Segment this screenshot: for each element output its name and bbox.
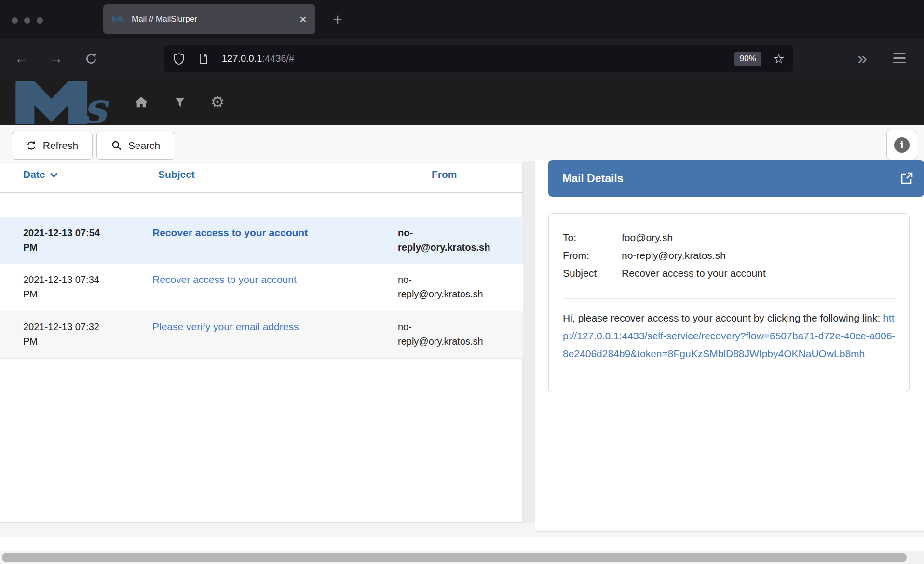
gear-icon: ⚙ xyxy=(210,93,225,111)
mailslurper-navbar: s ⚙ xyxy=(0,79,924,125)
mail-date: 2021-12-13 07:54PM xyxy=(0,217,145,264)
tab-close-icon[interactable]: × xyxy=(299,13,307,26)
overflow-menu-icon[interactable]: » xyxy=(857,39,867,79)
mail-subject-link[interactable]: Recover access to your account xyxy=(152,227,308,238)
mail-list-row[interactable]: 2021-12-13 07:54PM Recover access to you… xyxy=(0,217,523,264)
refresh-button[interactable]: Refresh xyxy=(12,132,93,160)
home-button[interactable] xyxy=(127,79,156,125)
mailslurper-page: Refresh Search i Date Subject From 2021-… xyxy=(0,125,924,564)
mail-list-panel: Date Subject From 2021-12-13 07:54PM Rec… xyxy=(0,164,523,523)
mail-details-title: Mail Details xyxy=(562,172,899,185)
zoom-level-badge[interactable]: 90% xyxy=(734,52,761,66)
open-external-icon[interactable] xyxy=(899,171,914,186)
mail-date: 2021-12-13 07:34PM xyxy=(0,264,145,311)
refresh-icon xyxy=(26,140,37,151)
header-divider xyxy=(0,192,523,193)
url-bar[interactable]: 127.0.0.1:4436/# 90% ☆ xyxy=(164,45,793,72)
url-path: :4436/# xyxy=(262,53,294,64)
window-controls[interactable] xyxy=(12,17,43,24)
card-divider xyxy=(563,298,896,299)
browser-toolbar: ← → 127.0.0.1:4436/# 90% ☆ » xyxy=(0,39,924,79)
mail-body-text: Hi, please recover access to your accoun… xyxy=(563,312,883,323)
mail-subject-link[interactable]: Please verify your email address xyxy=(152,321,299,332)
action-toolbar: Refresh Search i xyxy=(0,125,924,164)
hamburger-menu-icon[interactable] xyxy=(893,53,906,63)
browser-tab[interactable]: s Mail // MailSlurper × xyxy=(103,4,315,34)
url-text[interactable]: 127.0.0.1:4436/# xyxy=(222,53,294,64)
filter-button[interactable] xyxy=(165,79,194,125)
reload-icon xyxy=(85,53,97,65)
favicon-mailslurper-icon: s xyxy=(112,15,124,23)
search-label: Search xyxy=(128,140,161,151)
url-host: 127.0.0.1 xyxy=(222,53,262,64)
settings-button[interactable]: ⚙ xyxy=(203,79,232,125)
mailslurper-logo: s xyxy=(15,80,110,125)
mail-list-row[interactable]: 2021-12-13 07:34PM Recover access to you… xyxy=(0,264,523,311)
field-subject: Subject:Recover access to your account xyxy=(563,264,895,282)
reload-button[interactable] xyxy=(79,39,104,79)
info-icon: i xyxy=(894,137,910,153)
column-header-date[interactable]: Date xyxy=(23,169,56,180)
search-button[interactable]: Search xyxy=(96,132,175,160)
footer-band xyxy=(0,537,924,551)
mail-from: no-reply@ory.kratos.sh xyxy=(393,311,523,358)
search-icon xyxy=(111,140,122,151)
mail-date: 2021-12-13 07:32PM xyxy=(0,311,145,358)
back-button[interactable]: ← xyxy=(9,39,34,79)
scrollbar-thumb[interactable] xyxy=(2,553,907,562)
shield-icon[interactable] xyxy=(173,52,185,66)
refresh-label: Refresh xyxy=(43,140,79,151)
field-from: From:no-reply@ory.kratos.sh xyxy=(563,246,895,264)
mail-subject-link[interactable]: Recover access to your account xyxy=(152,274,297,285)
horizontal-scrollbar[interactable] xyxy=(0,551,924,564)
tab-strip: s Mail // MailSlurper × + xyxy=(0,0,924,39)
list-scrollbar-gutter[interactable] xyxy=(523,161,535,523)
filter-icon xyxy=(174,96,186,108)
sort-chevron-down-icon xyxy=(50,170,57,178)
browser-window: s Mail // MailSlurper × + ← → 127.0.0.1:… xyxy=(0,0,924,564)
mail-list-row[interactable]: 2021-12-13 07:32PM Please verify your em… xyxy=(0,311,523,359)
mail-from: no-reply@ory.kratos.sh xyxy=(393,264,523,311)
forward-button[interactable]: → xyxy=(43,39,68,79)
mail-body: Hi, please recover access to your accoun… xyxy=(563,309,896,363)
field-to: To:foo@ory.sh xyxy=(563,228,895,246)
tab-title: Mail // MailSlurper xyxy=(132,14,299,24)
info-button[interactable]: i xyxy=(886,130,917,160)
bookmark-star-icon[interactable]: ☆ xyxy=(773,51,785,67)
logo-s: s xyxy=(83,83,109,125)
column-header-from[interactable]: From xyxy=(432,169,457,180)
mail-from: no-reply@ory.kratos.sh xyxy=(393,217,523,264)
mail-details-card: To:foo@ory.sh From:no-reply@ory.kratos.s… xyxy=(548,213,910,392)
svg-text:s: s xyxy=(121,17,124,23)
mail-details-header: Mail Details xyxy=(548,160,924,197)
column-header-subject[interactable]: Subject xyxy=(158,169,195,180)
mail-details-panel: Mail Details To:foo@ory.sh From:no-reply… xyxy=(535,160,924,532)
page-info-icon[interactable] xyxy=(198,52,209,66)
home-icon xyxy=(134,95,149,109)
new-tab-button[interactable]: + xyxy=(327,9,348,30)
